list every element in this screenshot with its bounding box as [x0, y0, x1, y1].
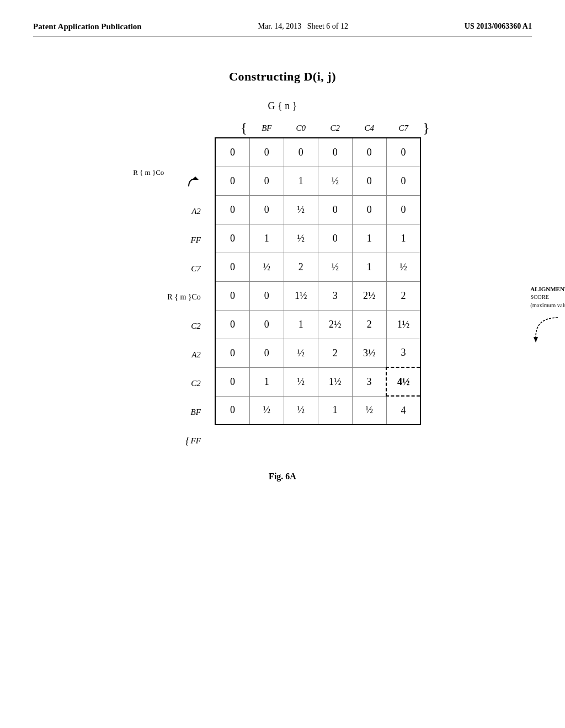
- cell-4-0: 0: [215, 253, 249, 281]
- cell-9-4: ½: [352, 396, 386, 425]
- cell-6-3: 2½: [318, 310, 352, 339]
- cell-0-5: 0: [386, 138, 420, 167]
- page: Patent Application Publication Mar. 14, …: [0, 0, 565, 728]
- cell-1-5: 0: [386, 167, 420, 195]
- left-label-col: A2 FF C7 R { m }Co C2 A2 C2 BF {FF: [167, 120, 201, 455]
- cell-7-2: ½: [284, 339, 318, 367]
- cell-8-4: 3: [352, 367, 386, 396]
- cell-8-3: 1½: [318, 367, 352, 396]
- cell-0-1: 0: [249, 138, 284, 167]
- cell-5-1: 0: [249, 281, 284, 310]
- full-layout: R { m }Co A2 FF C7 R { m }Co C2 A2: [133, 120, 432, 455]
- cell-8-2: ½: [284, 367, 318, 396]
- gn-label: G { n }: [268, 100, 297, 112]
- main-title: Constructing D(i, j): [229, 69, 336, 84]
- cell-8-0: 0: [215, 367, 249, 396]
- annotation-line2: SCORE: [530, 293, 565, 302]
- matrix-table: 000000001½0000½00001½0110½2½1½001½32½200…: [215, 137, 421, 425]
- row-label-5: C2: [191, 312, 201, 340]
- col-label-c0: C0: [284, 124, 318, 133]
- cell-2-2: ½: [284, 195, 318, 224]
- cell-1-3: ½: [318, 167, 352, 195]
- header: Patent Application Publication Mar. 14, …: [33, 22, 532, 36]
- right-brace-icon: }: [420, 120, 431, 136]
- cell-5-5: 2: [386, 281, 420, 310]
- svg-marker-1: [534, 337, 538, 342]
- cell-2-3: 0: [318, 195, 352, 224]
- annotation-title: ALIGNMENT: [530, 285, 565, 293]
- cell-7-1: 0: [249, 339, 284, 367]
- cell-5-4: 2½: [352, 281, 386, 310]
- row-label-7: C2: [191, 369, 201, 398]
- main-content: Constructing D(i, j) G { n } R { m }Co: [33, 69, 532, 481]
- row-label-4: R { m }Co: [167, 283, 201, 312]
- cell-5-2: 1½: [284, 281, 318, 310]
- fig-label: Fig. 6A: [269, 472, 296, 481]
- cell-8-5: 4½: [386, 367, 420, 396]
- cell-3-5: 1: [386, 224, 420, 253]
- row-label-9: {FF: [185, 426, 201, 455]
- cell-9-0: 0: [215, 396, 249, 425]
- cell-9-2: ½: [284, 396, 318, 425]
- cell-6-2: 1: [284, 310, 318, 339]
- cell-9-5: 4: [386, 396, 420, 425]
- annotation-line3: (maximum value): [530, 302, 565, 310]
- row-label-1: A2: [191, 197, 201, 226]
- cell-3-4: 1: [352, 224, 386, 253]
- col-labels-row: { BF C0 C2 C4 C7 }: [204, 120, 432, 136]
- cell-2-5: 0: [386, 195, 420, 224]
- rm-brace-col: R { m }Co: [133, 120, 167, 177]
- row-label-8: BF: [191, 398, 201, 426]
- cell-1-1: 0: [249, 167, 284, 195]
- cell-2-0: 0: [215, 195, 249, 224]
- cell-6-4: 2: [352, 310, 386, 339]
- header-date: Mar. 14, 2013: [258, 22, 302, 30]
- row-label-0: [184, 168, 201, 197]
- cell-4-2: 2: [284, 253, 318, 281]
- header-middle: Mar. 14, 2013 Sheet 6 of 12: [258, 22, 348, 31]
- cell-7-3: 2: [318, 339, 352, 367]
- cell-0-4: 0: [352, 138, 386, 167]
- right-annotation: ALIGNMENT SCORE (maximum value): [530, 285, 565, 347]
- rm-label: R { m }Co: [133, 168, 164, 177]
- col-label-c2: C2: [318, 124, 352, 133]
- row-label-6: A2: [191, 340, 201, 369]
- cell-4-5: ½: [386, 253, 420, 281]
- cell-7-5: 3: [386, 339, 420, 367]
- header-right: US 2013/0063360 A1: [465, 22, 532, 31]
- curved-arrow-icon: [184, 174, 201, 191]
- cell-7-4: 3½: [352, 339, 386, 367]
- matrix-container: { BF C0 C2 C4 C7 } 000000001½0000½00001½…: [204, 120, 432, 425]
- row-label-3: C7: [191, 254, 201, 283]
- row-label-2: FF: [191, 226, 201, 254]
- cell-0-0: 0: [215, 138, 249, 167]
- cell-6-0: 0: [215, 310, 249, 339]
- cell-9-3: 1: [318, 396, 352, 425]
- cell-4-3: ½: [318, 253, 352, 281]
- header-left: Patent Application Publication: [33, 22, 142, 31]
- cell-3-3: 0: [318, 224, 352, 253]
- cell-1-2: 1: [284, 167, 318, 195]
- header-sheet: Sheet 6 of 12: [307, 22, 348, 30]
- cell-1-4: 0: [352, 167, 386, 195]
- cell-4-1: ½: [249, 253, 284, 281]
- cell-9-1: ½: [249, 396, 284, 425]
- cell-8-1: 1: [249, 367, 284, 396]
- cell-6-1: 0: [249, 310, 284, 339]
- col-label-bf: BF: [249, 124, 284, 133]
- cell-2-1: 0: [249, 195, 284, 224]
- left-brace-icon: {: [238, 120, 249, 136]
- cell-4-4: 1: [352, 253, 386, 281]
- arrow-icon: [530, 312, 563, 345]
- col-label-c7: C7: [386, 124, 420, 133]
- svg-marker-0: [192, 176, 199, 180]
- cell-3-0: 0: [215, 224, 249, 253]
- cell-3-2: ½: [284, 224, 318, 253]
- cell-7-0: 0: [215, 339, 249, 367]
- cell-1-0: 0: [215, 167, 249, 195]
- cell-0-3: 0: [318, 138, 352, 167]
- cell-0-2: 0: [284, 138, 318, 167]
- cell-5-0: 0: [215, 281, 249, 310]
- cell-2-4: 0: [352, 195, 386, 224]
- col-label-c4: C4: [352, 124, 386, 133]
